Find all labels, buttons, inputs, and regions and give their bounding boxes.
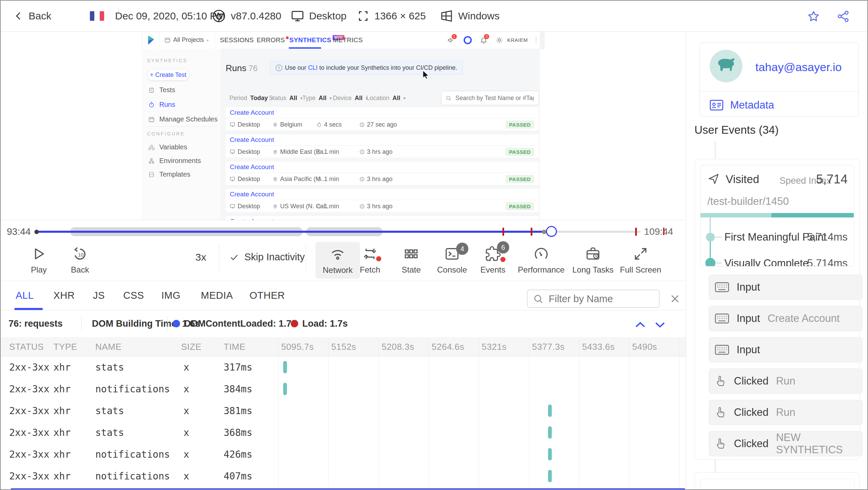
speed-toggle[interactable]: 3x — [195, 251, 206, 263]
run-name-link[interactable]: Create Account — [230, 134, 274, 145]
network-request-row[interactable]: 2xx-3xxxhrstatsx317ms — [1, 356, 686, 378]
network-request-row[interactable]: 2xx-3xxxhrnotificationsx384ms — [1, 378, 686, 400]
load-dot — [291, 320, 298, 327]
run-name-link[interactable]: Create Account — [230, 189, 274, 200]
events-button[interactable]: Events 6 — [472, 240, 513, 281]
performance-button[interactable]: Performance — [517, 240, 565, 281]
keyboard-icon — [715, 313, 729, 324]
run-name-link[interactable]: Create Account — [230, 216, 274, 220]
project-label: All Projects — [173, 36, 204, 44]
timeline-handle[interactable] — [546, 226, 557, 237]
network-request-row[interactable]: 2xx-3xxxhrnotificationsx407ms — [1, 465, 686, 487]
event-item-input[interactable]: Input — [709, 275, 863, 300]
tick-label: 5433.6s — [582, 337, 615, 356]
status-badge: PASSED — [505, 202, 534, 210]
network-request-row[interactable]: 2xx-3xxxhrstatsx381ms — [1, 400, 686, 422]
run-name-link[interactable]: Create Account — [230, 107, 274, 118]
event-item-clicked[interactable]: ClickedRun — [709, 369, 863, 394]
user-menu[interactable]: KRAIEM — [507, 37, 528, 43]
net-tab-other[interactable]: OTHER — [250, 281, 285, 310]
timeline-error-marker[interactable] — [531, 228, 532, 236]
resolution-info: 1366 × 625 — [357, 1, 426, 31]
announcements-icon[interactable]: 1 — [447, 36, 455, 44]
metadata-button[interactable]: Metadata — [710, 99, 774, 111]
filter-device[interactable]: DeviceAll▾ — [333, 95, 368, 102]
run-card[interactable]: Create Account Desktop Asia Pacific (M..… — [226, 162, 539, 185]
run-data-row: Desktop Belgium 4 secs 27 sec ago PASSED — [226, 118, 539, 131]
timestamp: Dec 09, 2020, 05:10 PM — [115, 10, 225, 22]
run-duration: 4 secs — [317, 118, 342, 131]
tick-label: 5321s — [482, 337, 507, 356]
console-button[interactable]: Console 4 — [432, 240, 472, 281]
net-tab-xhr[interactable]: XHR — [53, 281, 75, 310]
test-search-input[interactable] — [455, 94, 534, 102]
event-item-input[interactable]: Input — [709, 337, 863, 362]
fetch-button[interactable]: Fetch — [350, 240, 390, 281]
filter-location[interactable]: LocationAll▾ — [366, 95, 406, 102]
sidebar-item-variables[interactable]: Variables — [148, 143, 187, 151]
state-button[interactable]: State — [391, 240, 432, 281]
back-10s-button[interactable]: 10 Back — [60, 240, 100, 281]
filter-period[interactable]: PeriodToday▾ — [229, 95, 273, 102]
windows-icon — [440, 9, 453, 23]
run-name-link[interactable]: Create Account — [230, 162, 274, 173]
tab-metrics[interactable]: METRICS — [333, 32, 363, 49]
timeline-event-dot[interactable] — [542, 230, 546, 234]
tab-errors[interactable]: ERRORS — [257, 32, 289, 49]
sidebar-item-runs[interactable]: Runs — [148, 101, 175, 109]
back-button[interactable]: Back — [14, 1, 51, 31]
network-request-row[interactable]: 2xx-3xxxhrstatsx368ms — [1, 422, 686, 443]
run-card[interactable]: Create Account Desktop Canada (Central) … — [226, 216, 539, 220]
event-item-clicked[interactable]: ClickedNEW SYNTHETICS — [709, 431, 863, 456]
sidebar-item-manage-schedules[interactable]: Manage Schedules — [148, 115, 218, 123]
sidebar-item-templates[interactable]: Templates — [148, 170, 190, 178]
test-search-box[interactable] — [441, 91, 539, 105]
user-email[interactable]: tahay@asayer.io — [755, 61, 842, 74]
horizontal-scrollbar[interactable] — [11, 488, 685, 490]
event-item-input[interactable]: InputCreate Account — [709, 306, 863, 331]
timeline-error-marker[interactable] — [502, 228, 504, 236]
settings-gear-icon[interactable] — [496, 36, 503, 44]
network-filter-input[interactable] — [548, 293, 652, 305]
net-tab-css[interactable]: CSS — [123, 281, 144, 310]
share-button[interactable] — [836, 10, 850, 23]
tab-sessions[interactable]: SESSIONS — [220, 32, 254, 49]
favorite-star-button[interactable] — [807, 10, 820, 23]
clipboard-icon — [148, 87, 155, 93]
project-selector[interactable]: All Projects ▾ — [159, 32, 215, 49]
run-card[interactable]: Create Account Desktop US West (N. Cal..… — [226, 189, 539, 212]
net-tab-all[interactable]: ALL — [16, 281, 34, 310]
net-tab-img[interactable]: IMG — [161, 281, 180, 310]
full-screen-button[interactable]: Full Screen — [618, 240, 663, 281]
run-card[interactable]: Create Account Desktop Belgium 4 secs 27… — [226, 107, 539, 130]
timeline-error-marker[interactable] — [635, 228, 637, 236]
sitemap-icon-item[interactable]: Environments — [148, 157, 201, 165]
create-test-button[interactable]: + Create Test — [147, 70, 189, 80]
network-filter-box[interactable] — [527, 290, 660, 308]
browser-info: v87.0.4280 — [212, 1, 281, 31]
jump-next-icon[interactable] — [653, 317, 667, 332]
kebab-menu-icon[interactable]: ⋮ — [533, 36, 539, 43]
run-card[interactable]: Create Account Desktop Middle East (Ba..… — [226, 134, 539, 158]
speed-index-value: 5,714 — [816, 172, 848, 186]
skip-inactivity-toggle[interactable]: Skip Inactivity — [229, 251, 305, 263]
play-button[interactable]: Play — [18, 240, 59, 281]
keyboard-icon — [715, 345, 729, 355]
filter-status[interactable]: StatusAll▾ — [269, 95, 303, 102]
event-item-clicked[interactable]: ClickedRun — [709, 400, 863, 425]
filter-type[interactable]: TypeAll▾ — [302, 95, 332, 102]
keyboard-icon — [715, 282, 729, 292]
jump-prev-icon[interactable] — [633, 317, 647, 332]
waterfall-bar — [283, 361, 287, 373]
long-tasks-button[interactable]: Long Tasks — [570, 240, 616, 281]
user-card: tahay@asayer.io Metadata — [700, 43, 859, 117]
notifications-bell-icon[interactable]: 3 — [480, 36, 487, 44]
network-request-row[interactable]: 2xx-3xxxhrnotificationsx426ms — [1, 443, 686, 465]
net-tab-media[interactable]: MEDIA — [201, 281, 233, 310]
sidebar-item-tests[interactable]: Tests — [148, 86, 175, 94]
net-tab-js[interactable]: JS — [93, 281, 105, 310]
cli-link[interactable]: CLI — [308, 64, 318, 71]
visited-card[interactable]: Visited Speed Index 5,714 /test-builder/… — [700, 165, 854, 266]
fmp-dot — [706, 233, 715, 242]
close-panel-icon[interactable] — [669, 292, 681, 305]
